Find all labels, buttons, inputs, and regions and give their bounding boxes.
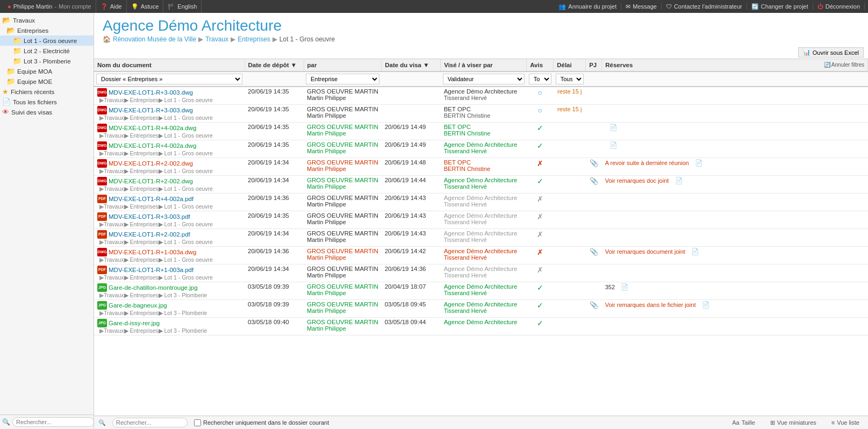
par-sub: Martin Philippe bbox=[307, 219, 378, 225]
avis-filter-select[interactable]: Tous Validé Refusé bbox=[529, 74, 551, 84]
pdf-icon[interactable]: 📄 bbox=[691, 248, 699, 255]
annuler-filtres-btn[interactable]: 🔄 Annuler filtres bbox=[824, 62, 864, 68]
delai-cell bbox=[554, 194, 586, 211]
vue-liste-btn[interactable]: ≡ Vue liste bbox=[827, 418, 864, 427]
col-pj: PJ bbox=[586, 59, 602, 72]
reserves-cell: Voir remarques document joint 📄 bbox=[602, 247, 868, 264]
sidebar-item-all-files[interactable]: 📄 Tous les fichiers bbox=[0, 97, 94, 107]
table-area[interactable]: Nom du document Date de dépôt ▼ par Date… bbox=[94, 59, 868, 416]
pdf-icon[interactable]: 📄 bbox=[609, 142, 617, 148]
doc-name-link[interactable]: MDV-EXE-LOT1-R+2-002.dwg bbox=[109, 160, 193, 167]
par-cell: GROS OEUVRE MARTIN Martin Philippe bbox=[304, 140, 382, 158]
sidebar-item-visas[interactable]: 👁 Suivi des visas bbox=[0, 107, 94, 117]
reserves-cell: Voir remarques dans le fichier joint 📄 bbox=[602, 300, 868, 318]
col-delai: Délai bbox=[554, 59, 586, 72]
table-row: DWG MDV-EXE-LOT1-R+4-002a.dwg ▶Travaux▶ … bbox=[94, 123, 868, 140]
visa-sub: BERTIN Christine bbox=[444, 112, 523, 119]
home-icon: 🏠 bbox=[103, 35, 111, 43]
doc-name-link[interactable]: MDV-EXE-LOT1-R+2-002.dwg bbox=[109, 178, 193, 184]
sidebar-item-lot3[interactable]: 📁 Lot 3 - Plomberie bbox=[0, 56, 94, 66]
table-body: DWG MDV-EXE-LOT1-R+3-003.dwg ▶Travaux▶ E… bbox=[94, 87, 868, 335]
sidebar-item-entreprises[interactable]: 📂 Entreprises bbox=[0, 25, 94, 35]
page-header: Agence Démo Architecture 🏠 Rénovation Mu… bbox=[94, 13, 868, 46]
breadcrumb-link-2[interactable]: Travaux bbox=[205, 35, 228, 43]
sidebar-item-travaux[interactable]: 📂 Travaux bbox=[0, 15, 94, 25]
check-icon: ✓ bbox=[537, 319, 543, 327]
bottom-search-input[interactable] bbox=[112, 418, 188, 427]
delai-cell bbox=[554, 123, 586, 140]
user-menu[interactable]: ● Philippe Martin - Mon compte bbox=[3, 0, 96, 13]
contact-admin-btn[interactable]: 🛡 Contactez l'administrateur bbox=[662, 3, 747, 10]
dossier-filter-select[interactable]: Dossier « Entreprises » bbox=[96, 74, 242, 84]
annuaire-btn[interactable]: 👥 Annuaire du projet bbox=[554, 3, 621, 10]
search-current-folder-checkbox[interactable] bbox=[194, 419, 201, 426]
folder-icon: 📁 bbox=[13, 57, 21, 65]
pdf-icon[interactable]: 📄 bbox=[675, 177, 683, 184]
language-label: English bbox=[177, 3, 197, 10]
doc-name-link[interactable]: MDV-EXE-LOT1-R+2-002.pdf bbox=[109, 231, 190, 238]
pdf-icon[interactable]: 📄 bbox=[609, 124, 617, 131]
doc-name-link[interactable]: MDV-EXE-LOT1-R+3-003.dwg bbox=[109, 89, 193, 96]
astuce-menu[interactable]: 💡 Astuce bbox=[127, 0, 164, 13]
changer-projet-btn[interactable]: 🔄 Changer de projet bbox=[747, 3, 813, 10]
search-input[interactable] bbox=[12, 417, 94, 427]
sidebar-item-lot2[interactable]: 📁 Lot 2 - Electricité bbox=[0, 46, 94, 56]
vise-filter-select[interactable]: Validateur Tous bbox=[443, 74, 525, 84]
sidebar-item-recent[interactable]: ★ Fichiers récents bbox=[0, 87, 94, 97]
taille-label: Taille bbox=[742, 419, 755, 426]
visa-main: Agence Démo Architecture bbox=[444, 177, 523, 183]
x-gray-icon: ✗ bbox=[537, 212, 543, 221]
vue-miniatures-btn[interactable]: ⊞ Vue miniatures bbox=[766, 418, 821, 427]
mon-compte-link[interactable]: Mon compte bbox=[59, 3, 91, 10]
doc-name-link[interactable]: Gare-de-chatillon-montrouge.jpg bbox=[109, 284, 198, 291]
pdf-icon[interactable]: 📄 bbox=[695, 160, 702, 166]
circle-icon: ○ bbox=[537, 106, 542, 115]
sort-icon: ▼ bbox=[291, 62, 297, 68]
aide-icon: ❓ bbox=[101, 3, 108, 10]
date-visa-cell: 20/06/19 14:44 bbox=[382, 176, 441, 194]
par-filter-select[interactable]: Entreprise MOA MOE bbox=[306, 74, 379, 84]
pj-cell bbox=[586, 318, 602, 335]
doc-name-link[interactable]: MDV-EXE-LOT1-R+1-003a.dwg bbox=[109, 249, 196, 255]
pj-cell bbox=[586, 264, 602, 282]
doc-name-link[interactable]: MDV-EXE-LOT1-R+3-003.dwg bbox=[109, 107, 193, 113]
excel-button[interactable]: 📊 Ouvrir sous Excel bbox=[798, 47, 864, 58]
pdf-icon[interactable]: 📄 bbox=[621, 284, 628, 290]
paperclip-icon: 📎 bbox=[590, 301, 598, 309]
message-btn[interactable]: ✉ Message bbox=[621, 3, 662, 10]
doc-name-link[interactable]: Gare-d-issy-rer.jpg bbox=[109, 320, 160, 326]
doc-name-link[interactable]: MDV-EXE-LOT1-R+4-002a.dwg bbox=[109, 142, 196, 149]
sidebar-item-lot1[interactable]: 📁 Lot 1 - Gros oeuvre bbox=[0, 35, 94, 46]
aide-menu[interactable]: ❓ Aide bbox=[96, 0, 127, 13]
sidebar-item-moa[interactable]: 📁 Equipe MOA bbox=[0, 66, 94, 76]
doc-name-link[interactable]: MDV-EXE-LOT1-R+1-003a.pdf bbox=[109, 267, 193, 273]
doc-path: ▶Travaux▶ Entreprises▶ Lot 1 - Gros oeuv… bbox=[97, 274, 241, 281]
doc-path: ▶Travaux▶ Entreprises▶ Lot 1 - Gros oeuv… bbox=[97, 256, 241, 263]
breadcrumb-link-1[interactable]: Rénovation Musée de la Ville bbox=[113, 35, 196, 43]
doc-name-link[interactable]: MDV-EXE-LOT1-R+3-003.pdf bbox=[109, 213, 190, 220]
visa-sub: Tisserand Hervé bbox=[444, 254, 523, 261]
file-type-icon: JPG bbox=[97, 301, 107, 310]
doc-name-link[interactable]: MDV-EXE-LOT1-R+4-002a.pdf bbox=[109, 196, 193, 202]
pdf-icon[interactable]: 📄 bbox=[702, 302, 709, 308]
visa-sub: Tisserand Hervé bbox=[444, 148, 523, 154]
doc-name-link[interactable]: Gare-de-bagneux.jpg bbox=[109, 302, 167, 309]
delai-filter-select[interactable]: Tous bbox=[556, 74, 584, 84]
par-name: GROS OEUVRE MARTIN bbox=[307, 283, 378, 290]
taille-btn[interactable]: Aa Taille bbox=[728, 418, 759, 427]
col-date-depot[interactable]: Date de dépôt ▼ bbox=[245, 59, 304, 72]
avis-cell: ○ bbox=[527, 105, 554, 123]
table-row: DWG MDV-EXE-LOT1-R+3-003.dwg ▶Travaux▶ E… bbox=[94, 87, 868, 105]
sidebar-item-moe[interactable]: 📁 Equipe MOE bbox=[0, 76, 94, 87]
breadcrumb-link-3[interactable]: Entreprises bbox=[238, 35, 270, 43]
doc-name-link[interactable]: MDV-EXE-LOT1-R+4-002a.dwg bbox=[109, 125, 196, 131]
table-row: PDF MDV-EXE-LOT1-R+1-003a.pdf ▶Travaux▶ … bbox=[94, 264, 868, 282]
bottom-bar: 🔍 Rechercher uniquement dans le dossier … bbox=[94, 416, 868, 429]
col-date-visa[interactable]: Date du visa ▼ bbox=[382, 59, 441, 72]
visa-cell: Agence Démo Architecture Tisserand Hervé bbox=[441, 176, 527, 194]
language-menu[interactable]: 🏴 English bbox=[163, 0, 202, 13]
deconnexion-btn[interactable]: ⏻ Déconnexion bbox=[813, 3, 865, 10]
par-cell: GROS OEUVRE MARTIN Martin Philippe bbox=[304, 158, 382, 176]
sidebar-item-label: Suivi des visas bbox=[11, 109, 52, 116]
par-sub: Martin Philippe bbox=[307, 325, 378, 332]
